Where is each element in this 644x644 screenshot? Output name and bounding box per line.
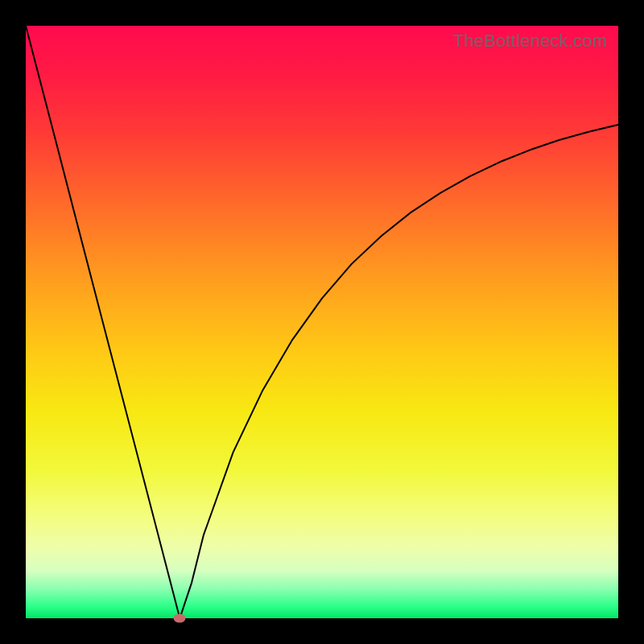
optimum-marker xyxy=(174,614,186,623)
plot-area: TheBottleneck.com xyxy=(26,26,618,618)
chart-frame: TheBottleneck.com xyxy=(0,0,644,644)
bottleneck-curve xyxy=(26,26,618,618)
